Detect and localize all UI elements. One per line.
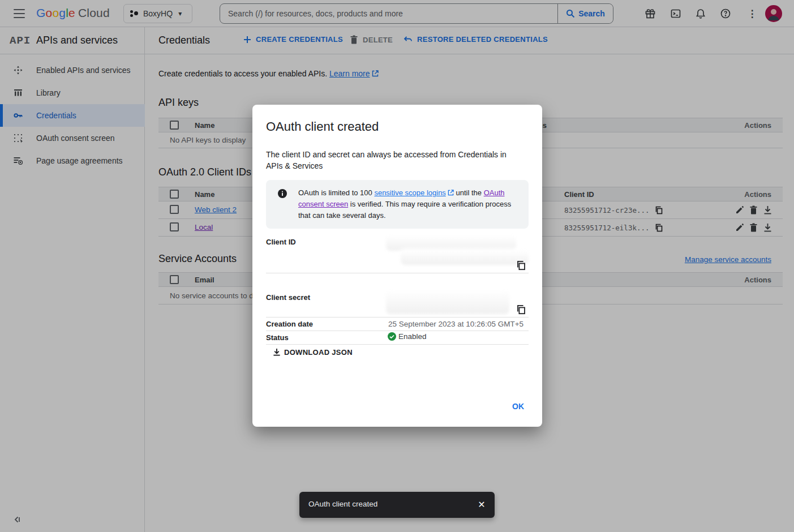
oauth-limit-notice: OAuth is limited to 100 sensitive scope … [266, 180, 529, 229]
creation-date-value: 25 September 2023 at 10:26:05 GMT+5 [388, 320, 523, 328]
creation-date-label: Creation date [266, 320, 313, 328]
copy-icon[interactable] [516, 260, 526, 271]
status-label: Status [266, 333, 289, 342]
download-icon [273, 348, 281, 357]
dialog-description: The client ID and secret can always be a… [266, 149, 522, 171]
client-id-label: Client ID [266, 238, 296, 246]
redacted-client-id [401, 250, 529, 265]
download-json-button[interactable]: DOWNLOAD JSON [273, 348, 353, 357]
sensitive-scope-logins-link[interactable]: sensitive scope logins [374, 188, 445, 197]
external-link-icon [448, 190, 454, 196]
status-value: Enabled [388, 332, 427, 341]
notice-text-part: until the [454, 188, 484, 197]
notice-text-part: OAuth is limited to 100 [298, 188, 374, 197]
snackbar-message: OAuth client created [308, 500, 377, 508]
client-secret-label: Client secret [266, 293, 310, 302]
ok-button[interactable]: OK [508, 398, 529, 414]
app-window: GoogleCloud BoxyHQ ▾ Search ⋮ [0, 0, 794, 532]
status-text: Enabled [398, 332, 427, 341]
dialog-title: OAuth client created [266, 119, 379, 134]
snackbar: OAuth client created ✕ [299, 492, 495, 518]
notice-text: OAuth is limited to 100 sensitive scope … [298, 187, 520, 221]
redacted-client-secret [386, 290, 509, 314]
download-json-label: DOWNLOAD JSON [284, 348, 353, 357]
oauth-client-created-dialog: OAuth client created The client ID and s… [252, 105, 542, 427]
redacted-client-id [386, 235, 516, 251]
info-icon [278, 189, 287, 221]
check-circle-icon [388, 332, 396, 341]
close-icon[interactable]: ✕ [475, 499, 488, 511]
copy-icon[interactable] [516, 304, 526, 315]
